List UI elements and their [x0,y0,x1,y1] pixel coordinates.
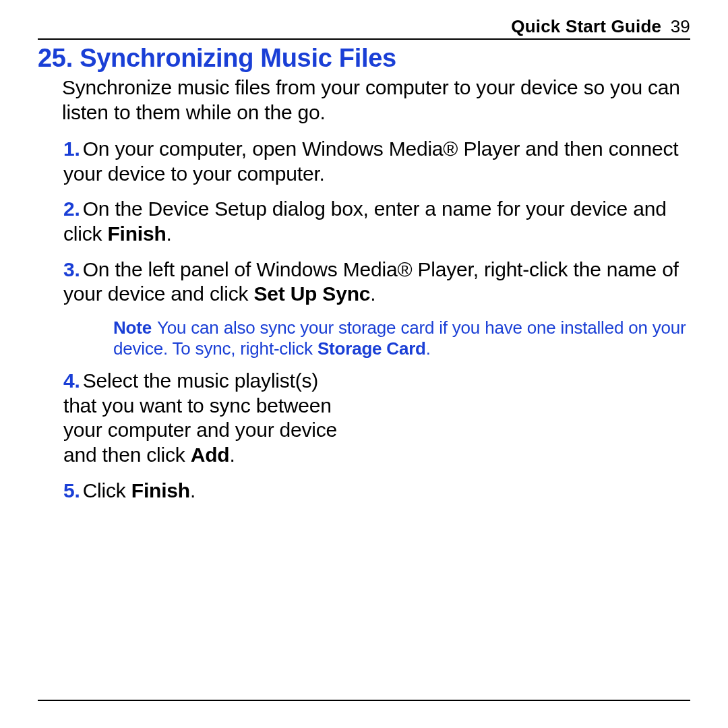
step-bold: Set Up Sync [253,282,370,305]
step-1: 1.On your computer, open Windows Media® … [63,137,690,186]
section-title: Synchronizing Music Files [80,44,396,72]
section-heading: 25. Synchronizing Music Files [38,44,690,73]
guide-title: Quick Start Guide [511,16,661,36]
document-page: Quick Start Guide 39 25. Synchronizing M… [0,0,728,728]
section-intro: Synchronize music files from your comput… [62,75,690,125]
header-line: Quick Start Guide 39 [38,16,690,37]
note-text-post: . [426,338,431,359]
step-bold: Finish [131,479,190,502]
step-number: 1. [63,138,80,160]
step-text-post: . [370,282,375,305]
step-number: 4. [63,369,80,392]
step-text-post: . [190,479,195,502]
note-block: NoteYou can also sync your storage card … [113,317,690,359]
step-text-pre: Click [83,479,131,502]
step-bold: Add [191,444,230,466]
step-text-post: . [230,444,235,466]
section-number: 25. [38,44,73,72]
step-number: 3. [63,258,80,280]
step-bold: Finish [107,222,166,245]
note-label: Note [113,317,152,338]
step-4: 4.Select the music playlist(s) that you … [63,369,338,467]
step-number: 5. [63,479,80,502]
page-number: 39 [671,16,690,36]
step-number: 2. [63,198,80,220]
step-text: On your computer, open Windows Media® Pl… [63,138,678,185]
step-list: 1.On your computer, open Windows Media® … [63,137,690,503]
step-2: 2.On the Device Setup dialog box, enter … [63,197,690,246]
page-header: Quick Start Guide 39 [38,16,690,40]
footer-rule [38,700,690,701]
step-5: 5.Click Finish. [63,479,690,504]
step-text-post: . [166,222,172,245]
step-3: 3.On the left panel of Windows Media® Pl… [63,257,690,307]
note-bold: Storage Card [317,338,426,359]
